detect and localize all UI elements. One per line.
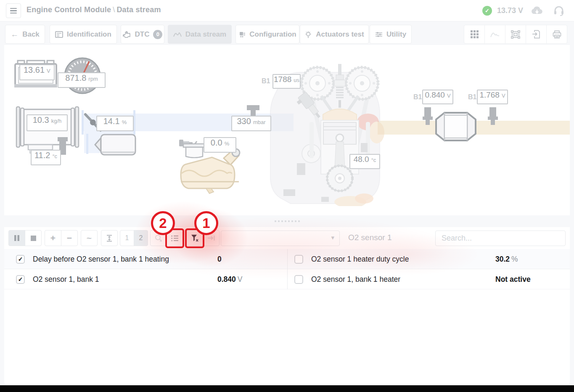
param-cell: O2 sensor 1 heater duty cycle 30.2% <box>294 249 563 269</box>
tab-actuators-test[interactable]: Actuators test <box>300 25 369 44</box>
headset-icon[interactable] <box>553 5 564 18</box>
list-icon <box>171 235 179 241</box>
o2-upstream-bank-label: B1 <box>413 93 422 101</box>
duct-joint-bypass <box>86 134 88 154</box>
tab-configuration[interactable]: Configuration <box>235 25 299 44</box>
clear-zoom-button[interactable] <box>150 230 167 246</box>
bottom-bar <box>0 385 574 392</box>
clear-filter-button[interactable] <box>186 230 203 246</box>
row-checkbox[interactable] <box>294 275 303 284</box>
scheme-view-button[interactable] <box>505 25 526 44</box>
minus-icon: − <box>67 233 72 243</box>
row-checkbox[interactable]: ✓ <box>16 275 25 284</box>
printer-icon <box>553 30 561 39</box>
throttle-position-box: 14.1% <box>96 116 134 131</box>
o2-downstream-bank-label: B1 <box>468 93 476 101</box>
page-1-button[interactable]: 1 <box>120 230 134 246</box>
connection-status-icon: ✓ <box>482 6 492 16</box>
chart-view-button[interactable] <box>484 25 505 44</box>
crankshaft-gear <box>327 166 352 191</box>
chip-icon <box>238 31 246 38</box>
injection-time-box: 1788us <box>272 74 301 89</box>
intake-air-temp-box: 11.2°c <box>31 150 61 165</box>
page-title: Data stream <box>116 5 161 14</box>
breadcrumb-separator: \ <box>111 5 116 14</box>
battery-voltage-status: 13.73 V <box>497 6 523 15</box>
injection-bank-label: B1 <box>262 77 270 85</box>
back-arrow-icon: ← <box>11 30 19 39</box>
configuration-label: Configuration <box>249 30 296 39</box>
battery-voltage-box: 13.61V <box>19 64 55 80</box>
idle-valve-illustration <box>93 134 136 156</box>
dtc-count-badge: 0 <box>153 30 162 39</box>
parameter-list-button[interactable] <box>167 230 183 246</box>
lightbulb-icon <box>304 31 312 38</box>
remove-parameter-button[interactable]: − <box>61 230 78 246</box>
pause-button[interactable] <box>8 230 25 246</box>
o2-upstream-voltage-box: 0.840V <box>422 90 453 104</box>
fit-scale-button[interactable] <box>101 230 118 246</box>
page-2-button[interactable]: 2 <box>134 230 148 246</box>
back-button[interactable]: ← Back <box>5 25 45 44</box>
check-icon: ✓ <box>18 256 23 262</box>
param-cell: ✓ O2 sensor 1, bank 1 0.840V <box>16 269 285 289</box>
curve-icon <box>173 31 182 37</box>
skip-forward-button[interactable] <box>203 230 220 246</box>
selection-frame-icon <box>511 30 520 39</box>
tab-identification[interactable]: Identification <box>50 25 117 44</box>
wave-icon: ~ <box>87 233 92 243</box>
print-button[interactable] <box>546 25 567 44</box>
panel-resize-handle[interactable] <box>4 215 570 227</box>
air-flow-box: 10.3kg/h <box>26 114 68 131</box>
engine-rpm-box: 871.8rpm <box>58 72 106 88</box>
plus-icon: + <box>50 233 56 243</box>
row-checkbox[interactable] <box>294 255 303 264</box>
grid-icon <box>471 30 479 38</box>
export-button[interactable] <box>526 25 547 44</box>
parameter-group-dropdown[interactable]: ▾ <box>221 230 340 246</box>
vertical-fit-icon <box>106 235 113 242</box>
catalytic-converter-illustration <box>434 112 477 141</box>
tab-data-stream[interactable]: Data stream <box>168 25 232 44</box>
tab-utility[interactable]: Utility <box>370 25 412 44</box>
stop-icon <box>31 236 36 241</box>
manifold-pressure-box: 330mbar <box>231 116 271 131</box>
param-cell: O2 sensor 1, bank 1 heater Not active <box>294 269 563 289</box>
add-parameter-button[interactable]: + <box>45 230 61 246</box>
stop-button[interactable] <box>25 230 42 246</box>
coolant-temp-box: 48.0°c <box>349 154 380 169</box>
canister-illustration <box>183 143 206 158</box>
check-icon: ✓ <box>485 8 489 14</box>
tab-dtc[interactable]: DTC 0 <box>121 25 164 44</box>
chevron-down-icon: ▾ <box>331 234 334 241</box>
module-title: Engine Control Module <box>26 5 111 14</box>
o2-sensor-downstream-illustration <box>487 107 498 125</box>
export-document-icon <box>532 30 540 39</box>
grid-view-button[interactable] <box>464 25 485 44</box>
search-input[interactable] <box>435 230 566 246</box>
curve-chart-icon <box>490 31 500 38</box>
graph-mode-button[interactable]: ~ <box>81 230 98 246</box>
breadcrumb: Engine Control Module\Data stream <box>26 5 161 14</box>
cloud-download-icon[interactable] <box>531 5 543 18</box>
data-stream-label: Data stream <box>185 30 226 39</box>
pause-icon <box>14 235 19 241</box>
row-checkbox[interactable]: ✓ <box>16 255 25 264</box>
sliders-icon <box>375 31 383 38</box>
param-cell: ✓ Delay before O2 sensor 1, bank 1 heati… <box>16 249 285 269</box>
engine-icon <box>123 31 131 38</box>
arrow-to-end-icon <box>208 235 215 241</box>
tab-bar: ← Back Identification DTC 0 Data stream … <box>0 25 574 44</box>
check-icon: ✓ <box>18 276 23 282</box>
actuators-test-label: Actuators test <box>316 30 364 39</box>
filter-x-icon <box>191 234 199 242</box>
hamburger-menu-button[interactable] <box>6 3 21 18</box>
utility-label: Utility <box>386 30 406 39</box>
table-column-divider <box>287 249 288 289</box>
header: Engine Control Module\Data stream ✓ 13.7… <box>0 0 574 21</box>
magnifier-x-icon <box>155 234 162 242</box>
o2-sensor-upstream-illustration <box>422 107 433 125</box>
app-window: Engine Control Module\Data stream ✓ 13.7… <box>0 0 574 392</box>
id-card-icon <box>55 31 63 38</box>
selected-parameter-label: O2 sensor 1 <box>348 233 392 242</box>
